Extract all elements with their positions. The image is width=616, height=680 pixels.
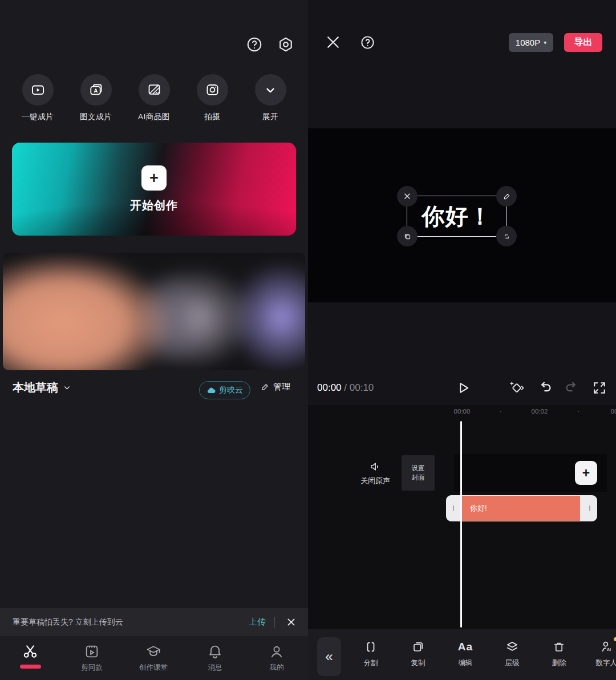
playhead[interactable] <box>460 421 462 628</box>
current-time: 00:00 <box>317 382 342 393</box>
tool-delete[interactable]: 删除 <box>541 629 577 668</box>
quick-action-shoot[interactable]: 拍摄 <box>183 74 241 122</box>
chevron-down-icon <box>255 74 286 106</box>
right-trim-handle[interactable] <box>589 505 590 511</box>
quick-action-ai-product[interactable]: AI AI商品图 <box>125 74 183 122</box>
export-label: 导出 <box>574 37 593 48</box>
nav-label: 我的 <box>270 663 284 673</box>
help-icon[interactable] <box>246 36 263 53</box>
preview-text: 你好！ <box>407 196 506 236</box>
tool-label: 数字人 <box>595 658 616 668</box>
nav-item-edit-active[interactable] <box>7 636 53 669</box>
camera-icon <box>197 74 228 106</box>
total-time: 00:10 <box>350 382 374 393</box>
nav-item-profile[interactable]: 我的 <box>254 636 299 673</box>
scissors-icon <box>22 643 38 659</box>
ruler-tick: 00 <box>611 408 616 415</box>
fullscreen-icon[interactable] <box>591 380 607 396</box>
undo-icon[interactable] <box>537 380 553 396</box>
tool-split[interactable]: 分割 <box>352 629 389 668</box>
quick-action-text-to-video[interactable]: 图文成片 <box>67 74 125 122</box>
preview-canvas[interactable]: 你好！ <box>308 128 616 302</box>
quick-action-label: 图文成片 <box>80 112 112 122</box>
text-clip-track[interactable]: 你好! <box>446 495 597 521</box>
time-display: 00:00 / 00:10 <box>317 382 374 394</box>
tool-label: 层级 <box>505 658 520 668</box>
delete-handle-icon[interactable] <box>397 186 418 207</box>
cloud-button-label: 剪映云 <box>219 385 243 395</box>
tool-label: 复制 <box>411 658 425 668</box>
chevron-down-icon <box>63 383 71 392</box>
template-video-icon <box>84 643 100 659</box>
editor-screen: 1080P ▾ 导出 你好！ <box>308 0 616 680</box>
mute-label: 关闭原声 <box>360 476 390 486</box>
start-creation-button[interactable]: + 开始创作 <box>12 143 296 236</box>
nav-item-messages[interactable]: 消息 <box>192 636 238 673</box>
keyframe-icon[interactable] <box>509 380 525 396</box>
left-trim-handle[interactable] <box>453 505 454 511</box>
speaker-muted-icon <box>368 460 382 473</box>
svg-text:AI: AI <box>155 91 159 96</box>
ai-product-image-icon: AI <box>139 74 170 106</box>
tool-edit[interactable]: Aa 编辑 <box>447 629 484 668</box>
new-feature-badge <box>614 637 616 641</box>
timeline-area[interactable]: 00:00 · 00:02 · 00 关闭原声 设置 封面 + <box>308 405 616 629</box>
banner-close-icon[interactable] <box>286 617 297 628</box>
close-editor-icon[interactable] <box>325 34 341 50</box>
tool-label: 删除 <box>552 658 566 668</box>
help-icon[interactable] <box>360 35 375 50</box>
bell-icon <box>207 643 223 659</box>
tool-copy[interactable]: 复制 <box>400 629 436 668</box>
add-clip-button[interactable]: + <box>575 461 597 485</box>
quick-action-label: 拍摄 <box>204 112 220 122</box>
quick-action-one-tap-video[interactable]: 一键成片 <box>9 74 67 122</box>
person-icon <box>269 643 285 659</box>
nav-label: 消息 <box>208 663 222 673</box>
text-selection-box[interactable]: 你好！ <box>407 196 507 237</box>
resolution-button[interactable]: 1080P ▾ <box>509 33 553 52</box>
mute-original-sound-button[interactable]: 关闭原声 <box>357 460 394 486</box>
manage-button[interactable]: 管理 <box>260 382 290 392</box>
drafts-header: 本地草稿 剪映云 管理 <box>0 380 308 400</box>
play-icon[interactable] <box>455 380 471 396</box>
tool-layer[interactable]: 层级 <box>494 629 530 668</box>
ruler-tick: · <box>500 408 502 415</box>
cloud-icon <box>206 386 216 395</box>
tool-digital-human[interactable]: AI 数字人 <box>588 629 616 668</box>
text-clip[interactable]: 你好! <box>462 496 580 521</box>
ruler-tick: 00:00 <box>454 408 471 415</box>
collapse-toolbar-button[interactable]: « <box>317 637 341 676</box>
home-bottom-nav: 剪同款 创作课堂 消息 <box>0 636 308 680</box>
scale-rotate-handle-icon[interactable] <box>496 226 517 246</box>
nav-label: 剪同款 <box>81 663 103 673</box>
duplicate-handle-icon[interactable] <box>397 226 418 246</box>
caret-down-icon: ▾ <box>544 39 546 46</box>
tool-label: 编辑 <box>459 658 473 668</box>
home-screen: 一键成片 图文成片 AI AI商品图 <box>0 0 308 680</box>
settings-icon[interactable] <box>277 36 294 53</box>
nav-item-academy[interactable]: 创作课堂 <box>131 636 176 673</box>
local-drafts-dropdown[interactable]: 本地草稿 <box>13 380 71 395</box>
draft-thumbnails[interactable] <box>3 253 305 370</box>
pencil-icon <box>260 382 270 392</box>
digital-human-icon: AI <box>599 639 614 654</box>
banner-message: 重要草稿怕丢失? 立刻上传到云 <box>13 617 123 628</box>
upload-link[interactable]: 上传 <box>249 617 266 628</box>
local-drafts-label: 本地草稿 <box>13 380 58 395</box>
playback-control-bar: 00:00 / 00:10 <box>308 371 616 405</box>
quick-action-label: AI商品图 <box>138 112 170 122</box>
quick-action-label: 一键成片 <box>22 112 54 122</box>
jianying-cloud-button[interactable]: 剪映云 <box>199 381 250 399</box>
draft-thumbnails-blur <box>3 253 305 370</box>
nav-label: 创作课堂 <box>139 663 168 673</box>
nav-item-templates[interactable]: 剪同款 <box>69 636 115 673</box>
redo-icon[interactable] <box>564 380 580 396</box>
edit-handle-icon[interactable] <box>496 186 517 207</box>
svg-text:AI: AI <box>607 647 611 651</box>
split-icon <box>363 639 379 654</box>
quick-action-expand[interactable]: 展开 <box>241 74 299 122</box>
manage-button-label: 管理 <box>273 382 290 392</box>
set-cover-button[interactable]: 设置 封面 <box>402 455 435 491</box>
export-button[interactable]: 导出 <box>564 33 602 52</box>
banner-divider <box>274 617 275 628</box>
